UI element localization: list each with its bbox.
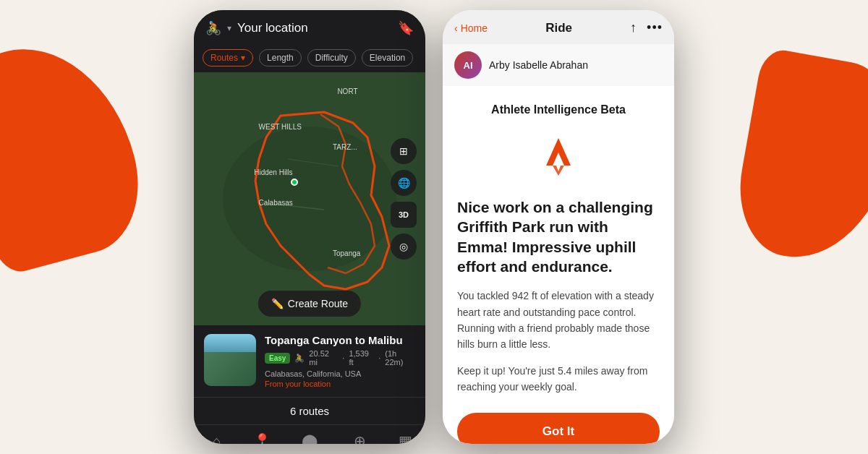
you-icon: ▦	[399, 432, 412, 444]
back-button[interactable]: ‹ Home	[454, 22, 488, 34]
pencil-icon: ✏️	[271, 298, 284, 309]
route-separator1: ·	[342, 354, 344, 362]
route-card[interactable]: Topanga Canyon to Malibu Easy 🚴 20.52 mi…	[194, 325, 425, 397]
chevron-down-icon[interactable]: ▾	[227, 23, 231, 33]
back-label: Home	[461, 22, 488, 34]
routes-count: 6 routes	[194, 397, 425, 424]
route-thumbnail	[204, 334, 256, 386]
from-location: From your location	[265, 380, 415, 388]
record-icon: ⬤	[302, 432, 318, 444]
route-location: Calabasas, California, USA	[265, 369, 415, 378]
athlete-card: AI Arby Isabelle Abrahan	[443, 44, 674, 86]
weekly-goal: Keep it up! You're just 5.4 miles away f…	[457, 363, 660, 395]
phones-wrapper: 🚴 ▾ Your location 🔖 Routes ▾ Length Diff…	[0, 0, 868, 454]
share-icon[interactable]: ↑	[630, 20, 637, 35]
strava-logo	[533, 131, 584, 181]
sub-message: You tackled 942 ft of elevation with a s…	[457, 288, 660, 353]
home-icon: ⌂	[213, 433, 221, 445]
more-icon[interactable]: •••	[647, 20, 663, 35]
filter-elevation[interactable]: Elevation	[362, 49, 413, 67]
nav-maps[interactable]: 📍 Maps	[253, 432, 271, 444]
location-text: Your location	[237, 21, 392, 35]
groups-icon: ⊕	[354, 432, 366, 444]
map-label-north: NORT	[337, 87, 357, 95]
avatar-initials: AI	[464, 60, 473, 71]
maps-icon: 📍	[253, 432, 271, 444]
athlete-name: Arby Isabelle Abrahan	[489, 59, 588, 71]
filter-length[interactable]: Length	[259, 49, 302, 67]
bike-icon: 🚴	[205, 20, 221, 36]
create-route-btn[interactable]: ✏️ Create Route	[258, 291, 361, 317]
3d-btn[interactable]: 3D	[391, 202, 417, 228]
filter-bar: Routes ▾ Length Difficulty Elevation	[194, 43, 425, 72]
map-label-tarz: TARZ...	[333, 143, 357, 151]
map-label-topanga: Topanga	[333, 249, 360, 257]
globe-btn[interactable]: 🌐	[391, 170, 417, 196]
filter-difficulty[interactable]: Difficulty	[307, 49, 356, 67]
route-distance: 20.52 mi	[309, 349, 338, 367]
route-info: Topanga Canyon to Malibu Easy 🚴 20.52 mi…	[265, 334, 415, 388]
svg-marker-5	[553, 166, 564, 176]
ride-title: Ride	[545, 21, 572, 35]
nav-home[interactable]: ⌂ Home	[207, 433, 226, 445]
phone-right: ‹ Home Ride ↑ ••• AI Arby Isabelle Abrah…	[443, 10, 674, 444]
route-title: Topanga Canyon to Malibu	[265, 334, 415, 346]
filter-routes-label: Routes	[210, 53, 238, 63]
bike-small-icon: 🚴	[294, 354, 305, 363]
header-actions: ↑ •••	[630, 20, 663, 35]
map-label-calabasas: Calabasas	[259, 199, 293, 207]
bottom-nav: ⌂ Home 📍 Maps ⬤ Record ⊕ Groups ▦ You	[194, 424, 425, 444]
map-label-hiddenhills: Hidden Hills	[254, 168, 292, 176]
route-separator2: ·	[378, 354, 380, 362]
got-it-button[interactable]: Got It	[457, 413, 660, 444]
create-route-label: Create Route	[288, 298, 348, 309]
left-header: 🚴 ▾ Your location 🔖	[194, 10, 425, 43]
filter-routes[interactable]: Routes ▾	[203, 49, 253, 67]
nav-record[interactable]: ⬤ Record	[298, 432, 321, 444]
nav-you[interactable]: ▦ You	[399, 432, 412, 444]
phone-left: 🚴 ▾ Your location 🔖 Routes ▾ Length Diff…	[194, 10, 425, 444]
thumb-land	[204, 352, 256, 386]
map-controls: ⊞ 🌐 3D ◎	[391, 138, 417, 260]
route-elevation: 1,539 ft	[349, 349, 374, 367]
panel-title: Athlete Intelligence Beta	[491, 103, 626, 116]
filter-routes-arrow: ▾	[241, 53, 245, 63]
athlete-avatar: AI	[454, 51, 482, 79]
difficulty-badge: Easy	[265, 353, 290, 364]
map-label-westhills: WEST HILLS	[259, 123, 302, 131]
main-message: Nice work on a challenging Griffith Park…	[457, 197, 660, 276]
gps-btn[interactable]: ◎	[391, 234, 417, 260]
bookmark-icon[interactable]: 🔖	[398, 20, 414, 36]
route-meta: Easy 🚴 20.52 mi · 1,539 ft · (1h 22m)	[265, 349, 415, 367]
chevron-left-icon: ‹	[454, 22, 458, 34]
map-area: NORT WEST HILLS TARZ... Hidden Hills Cal…	[194, 72, 425, 325]
svg-marker-4	[546, 138, 571, 166]
right-header: ‹ Home Ride ↑ •••	[443, 10, 674, 44]
route-duration: (1h 22m)	[385, 349, 415, 367]
intelligence-panel: Athlete Intelligence Beta Nice work on a…	[443, 86, 674, 444]
layers-btn[interactable]: ⊞	[391, 138, 417, 164]
nav-groups[interactable]: ⊕ Groups	[348, 432, 372, 444]
